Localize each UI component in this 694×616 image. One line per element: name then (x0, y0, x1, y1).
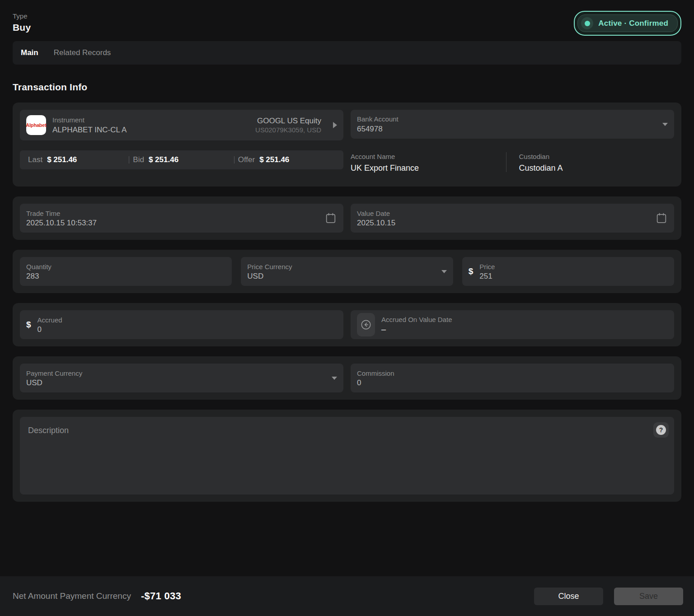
description-box: ? (20, 417, 674, 495)
footer-bar: Net Amount Payment Currency -$71 033 Clo… (0, 576, 694, 616)
status-badge[interactable]: Active · Confirmed (574, 11, 681, 36)
account-name-value: UK Export Finance (351, 163, 506, 173)
net-amount-label: Net Amount Payment Currency (13, 591, 131, 601)
vertical-divider (506, 152, 506, 172)
accrued-label: Accrued (38, 316, 337, 325)
quote-last: Last $ 251.46 (24, 155, 129, 164)
question-mark-icon: ? (656, 425, 666, 435)
value-date-field[interactable]: Value Date 2025.10.15 (351, 204, 674, 233)
status-dot-icon (581, 17, 593, 29)
custodian-block: Custodian Custodian A (519, 150, 675, 173)
type-label: Type (13, 12, 31, 21)
arrow-left-circle-icon[interactable] (357, 313, 375, 336)
price-currency-label: Price Currency (247, 262, 436, 271)
commission-label: Commission (357, 369, 668, 378)
dates-section: Trade Time 2025.10.15 10:53:37 Value Dat… (13, 196, 681, 240)
chevron-down-icon[interactable] (662, 123, 668, 126)
account-name-label: Account Name (351, 152, 506, 161)
header: Type Buy Active · Confirmed (13, 12, 681, 36)
price-label: Price (479, 262, 668, 271)
footer-buttons: Close Save (534, 588, 683, 605)
instrument-ticker: GOOGL US Equity (257, 117, 321, 126)
accrued-on-value-date-label: Accrued On Value Date (381, 315, 668, 324)
value-date-value: 2025.10.15 (357, 219, 655, 228)
quantity-price-section: Quantity 283 Price Currency USD $ Price … (13, 250, 681, 293)
price-currency-value: USD (247, 272, 436, 281)
type-block: Type Buy (13, 12, 31, 33)
quantity-field[interactable]: Quantity 283 (20, 257, 232, 286)
calendar-icon[interactable] (324, 212, 337, 224)
tab-related-records[interactable]: Related Records (54, 48, 111, 57)
commission-field[interactable]: Commission 0 (351, 364, 674, 392)
quote-last-label: Last (28, 155, 42, 164)
price-value: 251 (479, 272, 668, 281)
quote-bid-value: $ 251.46 (149, 155, 178, 164)
net-amount-value: -$71 033 (141, 590, 181, 602)
price-currency-select[interactable]: Price Currency USD (241, 257, 453, 286)
accrued-value: 0 (38, 325, 337, 334)
accrued-field[interactable]: $ Accrued 0 (20, 310, 343, 339)
page-title: Transaction Info (13, 82, 681, 93)
trade-ticket-page: Type Buy Active · Confirmed Main Related… (0, 0, 694, 502)
tab-main[interactable]: Main (21, 48, 38, 57)
accrued-section: $ Accrued 0 Accrued On Value Date – (13, 303, 681, 346)
net-amount-block: Net Amount Payment Currency -$71 033 (13, 590, 181, 602)
account-name-block: Account Name UK Export Finance (351, 150, 506, 173)
bank-account-label: Bank Account (357, 115, 658, 124)
type-value: Buy (13, 22, 31, 33)
trade-time-field[interactable]: Trade Time 2025.10.15 10:53:37 (20, 204, 343, 233)
description-input[interactable] (20, 417, 674, 495)
quote-last-value: $ 251.46 (47, 155, 77, 164)
instrument-ticker-block: GOOGL US Equity US02079K3059, USD (255, 117, 321, 134)
dollar-icon: $ (469, 266, 474, 276)
value-date-label: Value Date (357, 209, 655, 218)
quote-offer: Offer $ 251.46 (234, 155, 339, 164)
quotes-bar: Last $ 251.46 Bid $ 251.46 Offer $ 251.4… (20, 150, 343, 169)
dollar-icon: $ (26, 320, 31, 330)
quote-offer-label: Offer (238, 155, 255, 164)
description-section: ? (13, 410, 681, 502)
quantity-value: 283 (26, 272, 225, 281)
account-info-row: Account Name UK Export Finance Custodian… (351, 150, 674, 173)
chevron-right-icon[interactable] (333, 122, 337, 128)
trade-time-value: 2025.10.15 10:53:37 (26, 219, 324, 228)
accrued-on-value-date-field[interactable]: Accrued On Value Date – (351, 310, 674, 339)
instrument-section: Alphabet Instrument ALPHABET INC-CL A GO… (13, 103, 681, 187)
chevron-down-icon[interactable] (332, 377, 337, 380)
accrued-on-value-date-value: – (381, 325, 668, 334)
payment-currency-select[interactable]: Payment Currency USD (20, 364, 343, 392)
quote-offer-value: $ 251.46 (259, 155, 289, 164)
close-button[interactable]: Close (534, 588, 603, 605)
payment-currency-label: Payment Currency (26, 369, 327, 378)
trade-time-label: Trade Time (26, 209, 324, 218)
help-button[interactable]: ? (653, 422, 669, 438)
quote-bid: Bid $ 251.46 (129, 155, 234, 164)
commission-value: 0 (357, 378, 668, 387)
status-text: Active · Confirmed (598, 19, 668, 28)
instrument-field[interactable]: Alphabet Instrument ALPHABET INC-CL A GO… (20, 110, 343, 140)
save-button[interactable]: Save (614, 588, 683, 605)
chevron-down-icon[interactable] (441, 270, 447, 273)
custodian-label: Custodian (519, 152, 675, 161)
custodian-value: Custodian A (519, 163, 675, 173)
alphabet-logo-text: Alphabet (26, 122, 46, 128)
status-badge-pill[interactable]: Active · Confirmed (577, 14, 678, 32)
instrument-name: ALPHABET INC-CL A (52, 126, 249, 135)
price-field[interactable]: $ Price 251 (462, 257, 674, 286)
quote-bid-label: Bid (133, 155, 144, 164)
tab-bar: Main Related Records (13, 41, 681, 65)
calendar-icon[interactable] (655, 212, 668, 224)
quantity-label: Quantity (26, 262, 225, 271)
bank-account-select[interactable]: Bank Account 654978 (351, 110, 674, 139)
instrument-isin: US02079K3059, USD (255, 126, 321, 134)
instrument-label: Instrument (52, 116, 249, 125)
payment-currency-value: USD (26, 378, 327, 387)
instrument-texts: Instrument ALPHABET INC-CL A (52, 116, 249, 134)
bank-account-value: 654978 (357, 125, 658, 134)
alphabet-logo: Alphabet (26, 115, 46, 135)
payment-section: Payment Currency USD Commission 0 (13, 356, 681, 400)
